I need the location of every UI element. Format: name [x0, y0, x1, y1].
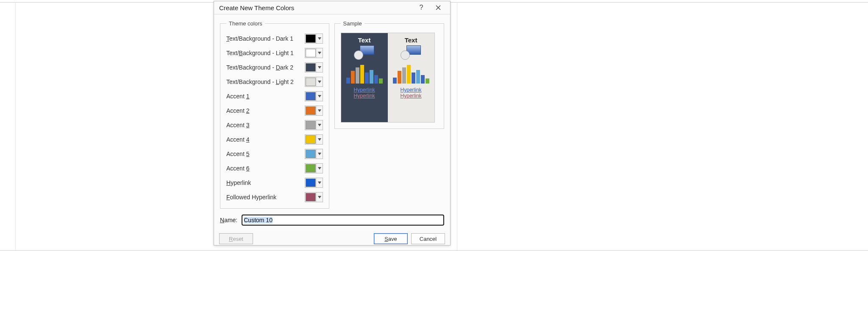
name-row: Name: — [220, 215, 444, 226]
cancel-button[interactable]: Cancel — [411, 233, 445, 244]
save-button[interactable]: Save — [374, 233, 408, 244]
color-swatch — [306, 193, 316, 201]
color-dropdown[interactable] — [305, 149, 323, 159]
sample-chart-dark — [346, 65, 383, 84]
theme-color-row: Accent 2 — [226, 106, 323, 116]
theme-color-label: Followed Hyperlink — [226, 194, 276, 201]
chart-bar — [393, 78, 397, 84]
chart-bar — [407, 65, 411, 84]
chart-bar — [346, 78, 350, 84]
color-dropdown[interactable] — [305, 77, 323, 87]
chart-bar — [426, 78, 429, 84]
decorative-rule — [0, 250, 868, 251]
chart-bar — [379, 78, 383, 84]
theme-color-row: Text/Background - Dark 2 — [226, 62, 323, 73]
chart-bar — [365, 73, 369, 84]
theme-color-label: Text/Background - Light 2 — [226, 78, 294, 85]
sample-light-card: Text Hyperlink Hyperlink — [388, 33, 434, 122]
chevron-down-icon — [316, 164, 323, 173]
reset-button[interactable]: Reset — [219, 233, 253, 244]
followed-hyperlink-text: Hyperlink — [354, 93, 375, 99]
hyperlink-text: Hyperlink — [401, 87, 422, 93]
color-swatch — [306, 34, 316, 43]
theme-color-label: Text/Background - Light 1 — [226, 50, 294, 56]
theme-color-row: Accent 3 — [226, 120, 323, 130]
theme-color-label: Accent 4 — [226, 136, 250, 143]
chart-bar — [421, 75, 425, 84]
dialog-footer: Reset Save Cancel — [214, 231, 450, 248]
theme-color-row: Accent 5 — [226, 149, 323, 159]
sample-chart-light — [393, 65, 429, 84]
color-dropdown[interactable] — [305, 178, 323, 188]
sample-text-dark: Text — [358, 36, 371, 44]
chevron-down-icon — [316, 63, 323, 72]
chevron-down-icon — [316, 120, 323, 130]
color-swatch — [306, 150, 316, 158]
chevron-down-icon — [316, 92, 323, 101]
color-dropdown[interactable] — [305, 192, 323, 202]
chevron-down-icon — [316, 178, 323, 187]
theme-color-row: Accent 6 — [226, 163, 323, 173]
theme-color-row: Text/Background - Light 1 — [226, 48, 323, 58]
theme-colors-legend: Theme colors — [226, 20, 265, 27]
theme-color-label: Accent 5 — [226, 151, 250, 157]
name-label: Name: — [220, 217, 237, 223]
decorative-rule — [15, 2, 16, 250]
chart-bar — [351, 71, 355, 84]
close-button[interactable] — [430, 1, 447, 14]
theme-color-label: Accent 3 — [226, 122, 250, 128]
theme-color-row: Followed Hyperlink — [226, 192, 323, 202]
sample-shapes — [401, 45, 422, 61]
chart-bar — [398, 71, 401, 84]
color-dropdown[interactable] — [305, 163, 323, 173]
chart-bar — [370, 70, 373, 84]
chevron-down-icon — [316, 149, 323, 159]
theme-color-label: Hyperlink — [226, 179, 251, 186]
color-dropdown[interactable] — [305, 134, 323, 145]
sample-dark-card: Text Hyperlink Hyperlink — [341, 33, 388, 122]
circle-icon — [354, 50, 363, 60]
chart-bar — [374, 75, 378, 84]
color-dropdown[interactable] — [305, 91, 323, 101]
chevron-down-icon — [316, 48, 323, 58]
chart-bar — [360, 65, 364, 84]
decorative-rule — [457, 2, 457, 250]
theme-colors-group: Theme colors Text/Background - Dark 1Tex… — [220, 20, 329, 209]
theme-color-row: Accent 4 — [226, 134, 323, 145]
sample-legend: Sample — [341, 20, 364, 27]
hyperlink-text: Hyperlink — [354, 87, 375, 93]
theme-name-input[interactable] — [242, 215, 444, 226]
chevron-down-icon — [316, 34, 323, 43]
color-dropdown[interactable] — [305, 62, 323, 73]
sample-group: Sample Text Hyperlink Hyperlink — [334, 20, 444, 129]
close-icon — [435, 5, 441, 11]
theme-color-label: Accent 6 — [226, 165, 250, 172]
help-button[interactable]: ? — [413, 1, 430, 14]
theme-color-label: Text/Background - Dark 1 — [226, 35, 293, 42]
sample-hyperlinks: Hyperlink Hyperlink — [401, 87, 422, 99]
chevron-down-icon — [316, 106, 323, 115]
chevron-down-icon — [316, 135, 323, 144]
sample-hyperlinks: Hyperlink Hyperlink — [354, 87, 375, 99]
theme-color-label: Accent 2 — [226, 107, 250, 114]
color-swatch — [306, 179, 316, 187]
create-theme-colors-dialog: Create New Theme Colors ? Theme colors T… — [214, 1, 451, 246]
theme-color-row: Text/Background - Dark 1 — [226, 33, 323, 44]
theme-color-label: Text/Background - Dark 2 — [226, 64, 293, 71]
color-dropdown[interactable] — [305, 106, 323, 116]
color-swatch — [306, 135, 316, 144]
theme-color-row: Hyperlink — [226, 178, 323, 188]
color-dropdown[interactable] — [305, 33, 323, 44]
color-dropdown[interactable] — [305, 120, 323, 130]
followed-hyperlink-text: Hyperlink — [401, 93, 422, 99]
color-swatch — [306, 78, 316, 86]
theme-color-row: Text/Background - Light 2 — [226, 77, 323, 87]
chart-bar — [356, 67, 359, 84]
chart-bar — [416, 70, 420, 84]
titlebar: Create New Theme Colors ? — [214, 1, 450, 14]
theme-color-label: Accent 1 — [226, 93, 250, 100]
color-swatch — [306, 92, 316, 100]
color-dropdown[interactable] — [305, 48, 323, 58]
chevron-down-icon — [316, 193, 323, 202]
dialog-title: Create New Theme Colors — [219, 4, 413, 11]
